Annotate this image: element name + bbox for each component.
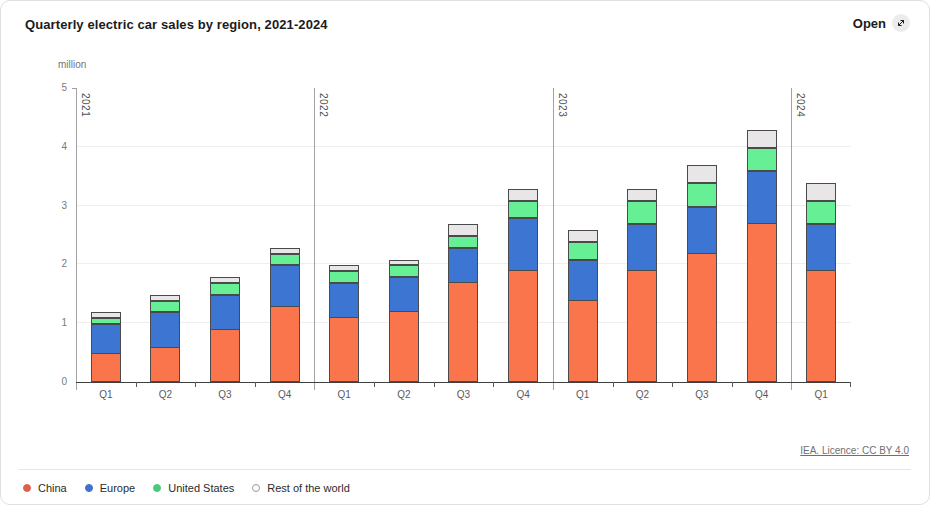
bar-segment-china[interactable] bbox=[91, 353, 121, 382]
bar-segment-rest-of-the-world[interactable] bbox=[270, 248, 300, 254]
stacked-bar bbox=[91, 88, 121, 382]
x-axis-tick bbox=[850, 382, 851, 387]
bar-segment-rest-of-the-world[interactable] bbox=[448, 224, 478, 236]
bar-segment-europe[interactable] bbox=[806, 224, 836, 271]
bar-segment-united-states[interactable] bbox=[687, 183, 717, 207]
bar-segment-china[interactable] bbox=[389, 311, 419, 382]
legend-item-europe[interactable]: Europe bbox=[85, 482, 135, 494]
quarter-slot: Q4 bbox=[732, 88, 792, 382]
x-axis-tick bbox=[434, 382, 435, 387]
bar-segment-china[interactable] bbox=[806, 270, 836, 382]
year-separator bbox=[553, 88, 554, 390]
bar-segment-china[interactable] bbox=[150, 347, 180, 382]
legend-item-rest-of-the-world[interactable]: Rest of the world bbox=[252, 482, 350, 494]
bar-segment-united-states[interactable] bbox=[389, 265, 419, 277]
x-axis-line bbox=[76, 382, 851, 384]
legend-label: Rest of the world bbox=[267, 482, 350, 494]
bar-segment-united-states[interactable] bbox=[448, 236, 478, 248]
y-axis-unit-label: million bbox=[58, 59, 86, 70]
quarter-axis-label: Q1 bbox=[553, 389, 613, 400]
bar-segment-china[interactable] bbox=[210, 329, 240, 382]
stacked-bar bbox=[329, 88, 359, 382]
bar-segment-china[interactable] bbox=[687, 253, 717, 382]
bar-segment-united-states[interactable] bbox=[150, 301, 180, 313]
bar-segment-china[interactable] bbox=[568, 300, 598, 382]
quarter-slot: Q2 bbox=[374, 88, 434, 382]
chart-card: Quarterly electric car sales by region, … bbox=[0, 0, 930, 505]
bar-segment-united-states[interactable] bbox=[806, 201, 836, 225]
legend-item-united-states[interactable]: United States bbox=[153, 482, 234, 494]
legend-item-china[interactable]: China bbox=[23, 482, 67, 494]
x-axis-tick bbox=[732, 382, 733, 387]
bar-segment-rest-of-the-world[interactable] bbox=[210, 277, 240, 283]
quarter-axis-label: Q2 bbox=[613, 389, 673, 400]
stacked-bar bbox=[806, 88, 836, 382]
bar-segment-europe[interactable] bbox=[270, 265, 300, 306]
bar-segment-rest-of-the-world[interactable] bbox=[806, 183, 836, 201]
bar-segment-united-states[interactable] bbox=[747, 148, 777, 172]
bar-segment-europe[interactable] bbox=[389, 277, 419, 312]
quarter-axis-label: Q1 bbox=[791, 389, 851, 400]
x-axis-tick bbox=[672, 382, 673, 387]
bar-segment-europe[interactable] bbox=[627, 224, 657, 271]
quarter-slot: Q1 bbox=[553, 88, 613, 382]
bar-segment-rest-of-the-world[interactable] bbox=[389, 260, 419, 266]
bar-segment-europe[interactable] bbox=[747, 171, 777, 224]
bar-segment-united-states[interactable] bbox=[270, 254, 300, 266]
quarter-axis-label: Q4 bbox=[255, 389, 315, 400]
bar-segment-china[interactable] bbox=[627, 270, 657, 382]
bar-segment-china[interactable] bbox=[270, 306, 300, 382]
bar-segment-rest-of-the-world[interactable] bbox=[91, 312, 121, 318]
x-axis-tick bbox=[136, 382, 137, 387]
x-axis-tick bbox=[255, 382, 256, 387]
bar-segment-united-states[interactable] bbox=[329, 271, 359, 283]
legend-dot-icon bbox=[153, 484, 161, 492]
stacked-bar bbox=[270, 88, 300, 382]
quarter-axis-label: Q1 bbox=[314, 389, 374, 400]
bar-segment-china[interactable] bbox=[508, 270, 538, 382]
bar-segment-europe[interactable] bbox=[508, 218, 538, 271]
source-link[interactable]: IEA. Licence: CC BY 4.0 bbox=[800, 445, 909, 456]
bar-segment-rest-of-the-world[interactable] bbox=[627, 189, 657, 201]
bar-segment-europe[interactable] bbox=[568, 260, 598, 301]
quarter-slot: Q3 bbox=[672, 88, 732, 382]
bar-segment-europe[interactable] bbox=[150, 312, 180, 347]
legend-dot-icon bbox=[252, 484, 260, 492]
quarter-slot: Q2 bbox=[136, 88, 196, 382]
bar-segment-rest-of-the-world[interactable] bbox=[508, 189, 538, 201]
open-button-label: Open bbox=[853, 16, 886, 31]
bar-segment-europe[interactable] bbox=[329, 283, 359, 318]
bar-segment-europe[interactable] bbox=[448, 248, 478, 283]
bar-segment-europe[interactable] bbox=[91, 324, 121, 353]
bar-segment-rest-of-the-world[interactable] bbox=[329, 265, 359, 271]
bar-segment-united-states[interactable] bbox=[508, 201, 538, 219]
y-axis-tick-label: 5 bbox=[61, 83, 67, 93]
bar-segment-china[interactable] bbox=[747, 223, 777, 382]
y-axis-tick-label: 3 bbox=[61, 201, 67, 211]
legend-label: United States bbox=[168, 482, 234, 494]
bar-segment-rest-of-the-world[interactable] bbox=[687, 165, 717, 183]
bar-segment-rest-of-the-world[interactable] bbox=[747, 130, 777, 148]
bar-segment-rest-of-the-world[interactable] bbox=[568, 230, 598, 242]
bar-segment-rest-of-the-world[interactable] bbox=[150, 295, 180, 301]
bar-segment-europe[interactable] bbox=[687, 207, 717, 254]
legend-dot-icon bbox=[23, 484, 31, 492]
quarter-slot: Q4 bbox=[493, 88, 553, 382]
bar-segment-europe[interactable] bbox=[210, 295, 240, 330]
year-label: 2023 bbox=[557, 93, 568, 117]
bar-segment-united-states[interactable] bbox=[210, 283, 240, 295]
bar-segment-united-states[interactable] bbox=[627, 201, 657, 225]
bar-segment-china[interactable] bbox=[329, 317, 359, 382]
stacked-bar bbox=[389, 88, 419, 382]
bar-segment-united-states[interactable] bbox=[91, 318, 121, 324]
year-separator bbox=[791, 88, 792, 390]
quarter-slot: Q3 bbox=[195, 88, 255, 382]
open-button[interactable]: Open bbox=[853, 14, 910, 32]
plot-area: 0123452021Q1Q2Q3Q42022Q1Q2Q3Q42023Q1Q2Q3… bbox=[76, 88, 851, 382]
year-label: 2022 bbox=[318, 93, 329, 117]
bar-segment-united-states[interactable] bbox=[568, 242, 598, 260]
year-separator bbox=[314, 88, 315, 390]
bar-segment-china[interactable] bbox=[448, 282, 478, 382]
x-axis-tick bbox=[613, 382, 614, 387]
quarter-axis-label: Q3 bbox=[672, 389, 732, 400]
